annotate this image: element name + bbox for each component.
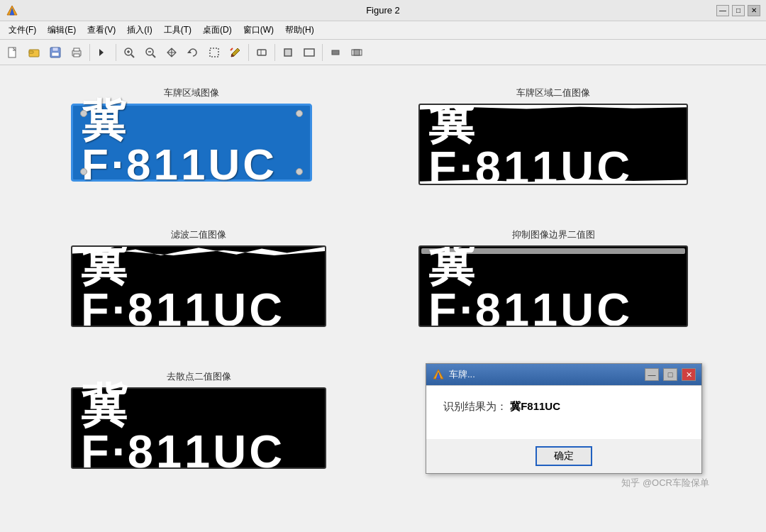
window-title: Figure 2 [366,5,400,16]
denoised-plate-text: 冀F·811UC [81,382,316,475]
toolbar-rotate[interactable] [183,43,203,62]
binary-plate-text: 冀F·811UC [428,104,678,185]
toolbar-sep1 [89,44,90,61]
svg-marker-18 [187,50,192,53]
toolbar-sep5 [322,44,323,61]
dialog-title: 车牌... [449,368,640,381]
menu-edit[interactable]: 编辑(E) [42,23,82,38]
suppressed-plate-text: 冀F·811UC [428,245,678,327]
title-bar: Figure 2 — □ ✕ [0,0,766,21]
menu-window[interactable]: 窗口(W) [238,23,279,38]
bolt-br [296,168,303,175]
dialog-result-label: 识别结果为： [443,400,507,412]
toolbar-square2[interactable] [299,43,319,62]
toolbar-sep4 [274,44,275,61]
svg-rect-7 [52,52,59,56]
dialog-footer: 确定 [426,439,701,473]
filtered-license-plate: 冀F·811UC [71,245,326,327]
toolbar-square1[interactable] [278,43,298,62]
toolbar-new[interactable] [3,43,23,62]
dialog-content: 识别结果为： 冀F811UC [426,385,701,439]
menu-tools[interactable]: 工具(T) [158,23,197,38]
toolbar-rect1[interactable] [326,43,345,62]
svg-rect-10 [74,54,79,57]
binary-license-plate: 冀F·811UC [418,104,688,185]
svg-rect-6 [52,48,58,51]
dialog-result-text: 识别结果为： 冀F811UC [443,400,684,414]
menu-desktop[interactable]: 桌面(D) [197,23,238,38]
svg-rect-23 [284,49,292,56]
menu-bar: 文件(F) 编辑(E) 查看(V) 插入(I) 工具(T) 桌面(D) 窗口(W… [0,21,766,40]
dialog-result-value: 冀F811UC [510,400,560,412]
toolbar [0,40,766,65]
dialog-title-bar: 车牌... — □ ✕ [426,364,701,385]
blue-license-plate: 冀F·811UC [71,104,312,182]
toolbar-print[interactable] [67,43,87,62]
toolbar-open[interactable] [24,43,44,62]
svg-line-16 [152,55,155,57]
svg-line-20 [231,48,233,50]
toolbar-sep3 [248,44,249,61]
svg-line-12 [131,55,134,57]
svg-rect-21 [257,50,266,55]
panel-suppress-plate: 抑制图像边界二值图 冀F·811UC [418,228,688,327]
bolt-tr [296,110,303,117]
menu-insert[interactable]: 插入(I) [121,23,157,38]
dialog-matlab-icon [432,368,445,381]
dialog-minimize[interactable]: — [645,368,659,381]
matlab-icon [6,4,18,17]
main-content: 车牌区域图像 冀F·811UC 车牌区域二值图像 冀F·811UC 滤波二值图像… [0,65,766,532]
filtered-plate-text: 冀F·811UC [81,245,316,327]
panel-filter-plate: 滤波二值图像 冀F·811UC [71,228,326,327]
svg-rect-19 [210,48,218,57]
bolt-bl [80,168,87,175]
toolbar-cursor2[interactable] [252,43,272,62]
suppressed-license-plate: 冀F·811UC [418,245,688,327]
svg-rect-25 [332,50,339,55]
close-button[interactable]: ✕ [748,5,760,16]
minimize-button[interactable]: — [716,5,729,16]
denoised-license-plate: 冀F·811UC [71,387,326,469]
panel-blue-plate: 车牌区域图像 冀F·811UC [71,87,312,182]
svg-rect-4 [29,51,33,53]
dialog-ok-button[interactable]: 确定 [535,446,592,466]
dialog-result: 车牌... — □ ✕ 识别结果为： 冀F811UC 确定 [426,363,702,474]
menu-view[interactable]: 查看(V) [82,23,121,38]
svg-rect-9 [74,48,79,51]
toolbar-select[interactable] [204,43,224,62]
menu-help[interactable]: 帮助(H) [279,23,320,38]
panel4-label: 抑制图像边界二值图 [512,228,595,241]
maximize-button[interactable]: □ [732,5,745,16]
toolbar-brush[interactable] [226,43,245,62]
dialog-maximize[interactable]: □ [663,368,677,381]
svg-rect-24 [304,49,314,56]
panel-denoise-plate: 去散点二值图像 冀F·811UC [71,370,326,469]
panel2-label: 车牌区域二值图像 [516,87,590,99]
blue-plate-text: 冀F·811UC [82,99,301,187]
svg-rect-27 [354,50,360,55]
toolbar-zoom-in[interactable] [119,43,139,62]
panel-binary-plate: 车牌区域二值图像 冀F·811UC [418,87,688,185]
panel1-label: 车牌区域图像 [164,87,219,99]
toolbar-arrow[interactable] [93,43,113,62]
menu-file[interactable]: 文件(F) [3,23,42,38]
watermark: 知乎 @OCR车险保单 [621,477,709,489]
window-controls: — □ ✕ [716,5,760,16]
dialog-close[interactable]: ✕ [682,368,696,381]
toolbar-sep2 [116,44,116,61]
bolt-tl [80,110,87,117]
toolbar-zoom-out[interactable] [140,43,160,62]
toolbar-pan[interactable] [162,43,182,62]
panel5-label: 去散点二值图像 [167,370,231,383]
toolbar-rect2[interactable] [347,43,367,62]
panel3-label: 滤波二值图像 [171,228,226,241]
toolbar-save[interactable] [45,43,65,62]
